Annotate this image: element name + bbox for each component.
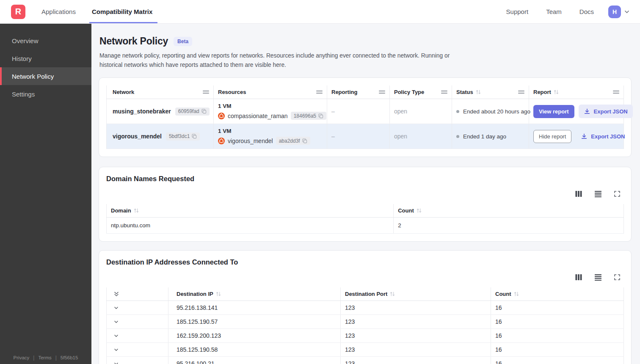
col-label: Policy Type	[394, 89, 424, 95]
col-header-network[interactable]: Network	[107, 85, 214, 99]
export-json-label: Export JSON	[594, 108, 628, 115]
avatar[interactable]: H	[608, 6, 621, 18]
double-chevron-down-icon[interactable]	[113, 291, 119, 297]
sidebar-item-overview[interactable]: Overview	[0, 32, 91, 50]
network-name: musing_stonebraker	[113, 108, 171, 115]
copy-icon[interactable]	[302, 138, 307, 143]
privacy-link[interactable]: Privacy	[14, 355, 30, 360]
tab-compatibility-matrix[interactable]: Compatibility Matrix	[91, 0, 153, 23]
column-menu-icon[interactable]	[613, 90, 619, 94]
domains-table: Domain Count	[106, 204, 624, 234]
reporting-value: –	[331, 133, 335, 140]
destination-port: 123	[341, 301, 491, 315]
col-header-resources[interactable]: Resources	[214, 85, 327, 99]
sort-icon	[417, 208, 422, 213]
network-row[interactable]: vigorous_mendel 5bdf3dc1 1 VM	[107, 124, 624, 149]
sidebar-item-network-policy[interactable]: Network Policy	[0, 67, 91, 85]
destination-port: 123	[341, 343, 491, 357]
link-team[interactable]: Team	[546, 8, 562, 15]
col-header-report[interactable]: Report	[529, 85, 624, 99]
beta-badge: Beta	[174, 37, 192, 46]
status-text: Ended about 20 hours ago	[463, 108, 530, 115]
fullscreen-icon[interactable]	[614, 190, 621, 197]
copy-icon[interactable]	[318, 113, 323, 119]
domain-row: ntp.ubuntu.com 2	[107, 218, 624, 234]
hide-report-button[interactable]: Hide report	[533, 130, 571, 143]
domain-value: ntp.ubuntu.com	[107, 218, 394, 234]
sort-icon	[554, 89, 559, 95]
network-row[interactable]: musing_stonebraker 60959fad 1 VM	[107, 99, 624, 124]
copy-icon[interactable]	[192, 134, 197, 139]
column-menu-icon[interactable]	[203, 90, 209, 94]
policy-type-value: open	[394, 133, 407, 140]
sidebar-item-settings[interactable]: Settings	[0, 85, 91, 103]
link-support[interactable]: Support	[506, 8, 529, 15]
chevron-down-icon[interactable]	[113, 361, 119, 364]
sidebar-item-history[interactable]: History	[0, 50, 91, 67]
tab-applications[interactable]: Applications	[41, 0, 77, 23]
chevron-down-icon[interactable]	[113, 305, 119, 311]
columns-icon[interactable]	[575, 190, 582, 198]
sidebar-footer: Privacy | Terms | 5f56b15	[0, 355, 91, 361]
column-menu-icon[interactable]	[441, 90, 447, 94]
column-menu-icon[interactable]	[316, 90, 323, 94]
column-menu-icon[interactable]	[379, 90, 385, 94]
page-title: Network Policy	[99, 36, 168, 47]
density-icon[interactable]	[594, 273, 602, 281]
columns-icon[interactable]	[575, 273, 582, 281]
footer-divider: |	[55, 355, 57, 361]
view-report-button[interactable]: View report	[533, 105, 574, 118]
col-header-destination-ip[interactable]: Destination IP	[168, 287, 341, 301]
density-icon[interactable]	[594, 190, 602, 198]
destination-row: 185.125.190.57 123 16	[107, 315, 624, 329]
ubuntu-icon	[218, 138, 225, 144]
col-header-expand-all[interactable]	[107, 287, 168, 301]
destination-row: 95.216.100.21 123 16	[107, 357, 624, 364]
status-dot	[456, 110, 459, 113]
col-header-count[interactable]: Count	[394, 204, 624, 218]
fullscreen-icon[interactable]	[614, 274, 621, 281]
vm-count: 1 VM	[218, 103, 323, 109]
col-header-policy-type[interactable]: Policy Type	[390, 85, 452, 99]
terms-link[interactable]: Terms	[38, 355, 51, 360]
destinations-card-title: Destination IP Addresses Connected To	[106, 258, 624, 266]
chevron-down-icon[interactable]	[624, 9, 630, 15]
network-hash-badge: 60959fad	[175, 108, 210, 116]
networks-table: Network Resources	[106, 85, 624, 149]
export-json-button[interactable]: Export JSON	[576, 130, 630, 143]
resource-hash-badge: 184696a5	[291, 112, 326, 120]
col-header-destination-port[interactable]: Destination Port	[341, 287, 491, 301]
app-logo[interactable]: R	[11, 5, 25, 19]
destination-port: 123	[341, 315, 491, 329]
top-tabs: Applications Compatibility Matrix	[41, 0, 168, 23]
copy-icon[interactable]	[201, 109, 207, 114]
export-json-button[interactable]: Export JSON	[579, 105, 633, 118]
sort-icon	[390, 291, 395, 297]
chevron-down-icon[interactable]	[113, 319, 119, 325]
hash-text: aba2dd3f	[279, 138, 300, 144]
destination-ip: 95.216.100.21	[168, 357, 341, 364]
col-header-reporting[interactable]: Reporting	[327, 85, 390, 99]
networks-card: Network Resources	[99, 77, 632, 157]
column-menu-icon[interactable]	[518, 90, 524, 94]
destination-ip: 185.125.190.57	[168, 315, 341, 329]
destination-ip: 162.159.200.123	[168, 329, 341, 343]
policy-type-value: open	[394, 108, 407, 115]
col-label: Status	[456, 89, 473, 95]
hash-text: 184696a5	[294, 113, 316, 119]
col-label: Domain	[111, 207, 131, 214]
col-label: Destination IP	[177, 291, 213, 297]
col-header-status[interactable]: Status	[452, 85, 529, 99]
destination-ip: 185.125.190.58	[168, 343, 341, 357]
destination-count: 16	[491, 343, 624, 357]
chevron-down-icon[interactable]	[113, 347, 119, 353]
sort-icon	[514, 291, 519, 297]
build-hash: 5f56b15	[61, 355, 78, 360]
chevron-down-icon[interactable]	[113, 333, 119, 339]
col-header-domain[interactable]: Domain	[107, 204, 394, 218]
destination-count: 16	[491, 315, 624, 329]
destination-ip: 95.216.138.141	[168, 301, 341, 315]
col-header-count[interactable]: Count	[491, 287, 624, 301]
link-docs[interactable]: Docs	[579, 8, 594, 15]
col-label: Reporting	[331, 89, 357, 95]
